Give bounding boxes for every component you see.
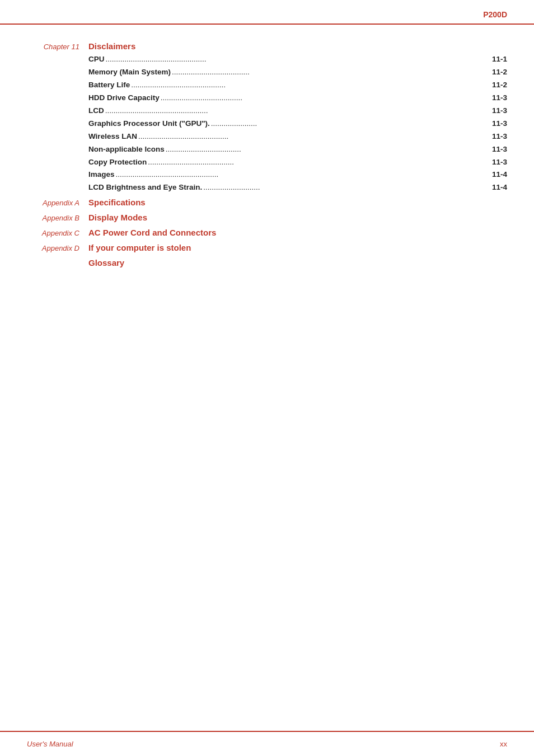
page-header: P200D <box>0 0 534 25</box>
appendices-list: Appendix ASpecificationsAppendix BDispla… <box>27 198 507 252</box>
toc-entry-title: Memory (Main System) <box>88 66 171 79</box>
toc-entry-page: 11-4 <box>486 181 507 194</box>
toc-entry-page: 11-2 <box>486 79 507 92</box>
appendix-title[interactable]: Specifications <box>88 198 146 207</box>
footer-right: xx <box>500 740 507 748</box>
toc-entry-dots: ........................... <box>202 181 486 194</box>
footer-left: User's Manual <box>27 740 73 748</box>
toc-entry-title: Non-applicable Icons <box>88 143 165 156</box>
toc-entry-dots: ........................................… <box>104 105 486 118</box>
appendix-row: Appendix CAC Power Cord and Connectors <box>27 228 507 237</box>
toc-entry-title: HDD Drive Capacity <box>88 92 160 105</box>
toc-entry-title: Copy Protection <box>88 156 147 169</box>
toc-entry-page: 11-3 <box>486 105 507 118</box>
toc-entry-dots: ........................................… <box>130 79 486 92</box>
toc-entry-title: Images <box>88 168 115 181</box>
toc-entry-page: 11-3 <box>486 92 507 105</box>
appendix-label: Appendix C <box>27 229 88 237</box>
appendix-title[interactable]: AC Power Cord and Connectors <box>88 228 216 237</box>
toc-entry-dots: ........................................… <box>115 168 486 181</box>
toc-entry-dots: ........................................… <box>137 130 486 143</box>
toc-entries-list: CPU ....................................… <box>88 53 507 194</box>
toc-entry[interactable]: Memory (Main System) ...................… <box>88 66 507 79</box>
toc-entry[interactable]: CPU ....................................… <box>88 53 507 66</box>
appendix-label: Appendix A <box>27 199 88 207</box>
toc-entry[interactable]: Copy Protection ........................… <box>88 156 507 169</box>
toc-entry-page: 11-1 <box>486 53 507 66</box>
toc-entry-dots: ........................................… <box>147 156 486 169</box>
chapter11-section: Chapter 11 Disclaimers CPU .............… <box>27 41 507 194</box>
glossary-title[interactable]: Glossary <box>88 258 124 267</box>
toc-entry-dots: .................................... <box>165 143 486 156</box>
toc-entry-title: Battery Life <box>88 79 130 92</box>
appendix-row: Appendix BDisplay Modes <box>27 213 507 222</box>
appendix-row: Appendix ASpecifications <box>27 198 507 207</box>
appendix-title[interactable]: Display Modes <box>88 213 147 222</box>
toc-entry-title: Graphics Processor Unit ("GPU"). <box>88 118 210 130</box>
toc-entry-page: 11-4 <box>486 168 507 181</box>
main-content: Chapter 11 Disclaimers CPU .............… <box>0 25 534 290</box>
toc-entry-title: LCD <box>88 105 104 118</box>
glossary-row: Glossary <box>27 258 507 267</box>
toc-entry-page: 11-3 <box>486 156 507 169</box>
toc-entry[interactable]: LCD ....................................… <box>88 105 507 118</box>
toc-entry-title: LCD Brightness and Eye Strain. <box>88 181 202 194</box>
appendix-title[interactable]: If your computer is stolen <box>88 243 191 252</box>
header-title: P200D <box>483 10 507 19</box>
appendix-row: Appendix DIf your computer is stolen <box>27 243 507 252</box>
toc-entry[interactable]: Battery Life ...........................… <box>88 79 507 92</box>
appendix-label: Appendix D <box>27 244 88 252</box>
toc-entry-title: Wireless LAN <box>88 130 137 143</box>
toc-entry[interactable]: Graphics Processor Unit ("GPU"). .......… <box>88 118 507 130</box>
toc-entry-title: CPU <box>88 53 105 66</box>
toc-entry[interactable]: LCD Brightness and Eye Strain. .........… <box>88 181 507 194</box>
toc-entry-dots: ...................... <box>210 118 486 130</box>
toc-entry-dots: ..................................... <box>171 66 486 79</box>
toc-entry[interactable]: Wireless LAN ...........................… <box>88 130 507 143</box>
toc-entry-dots: ....................................... <box>160 92 486 105</box>
chapter11-entries: Disclaimers CPU ........................… <box>88 41 507 194</box>
toc-entry-page: 11-3 <box>486 118 507 130</box>
appendix-label: Appendix B <box>27 214 88 222</box>
toc-entry-page: 11-3 <box>486 130 507 143</box>
page-footer: User's Manual xx <box>0 731 534 756</box>
toc-entry[interactable]: Non-applicable Icons ...................… <box>88 143 507 156</box>
toc-entry[interactable]: HDD Drive Capacity .....................… <box>88 92 507 105</box>
chapter11-label[interactable]: Chapter 11 <box>27 41 88 51</box>
toc-entry-page: 11-2 <box>486 66 507 79</box>
toc-entry-dots: ........................................… <box>105 53 486 66</box>
chapter11-title[interactable]: Disclaimers <box>88 41 507 51</box>
toc-entry[interactable]: Images .................................… <box>88 168 507 181</box>
toc-entry-page: 11-3 <box>486 143 507 156</box>
